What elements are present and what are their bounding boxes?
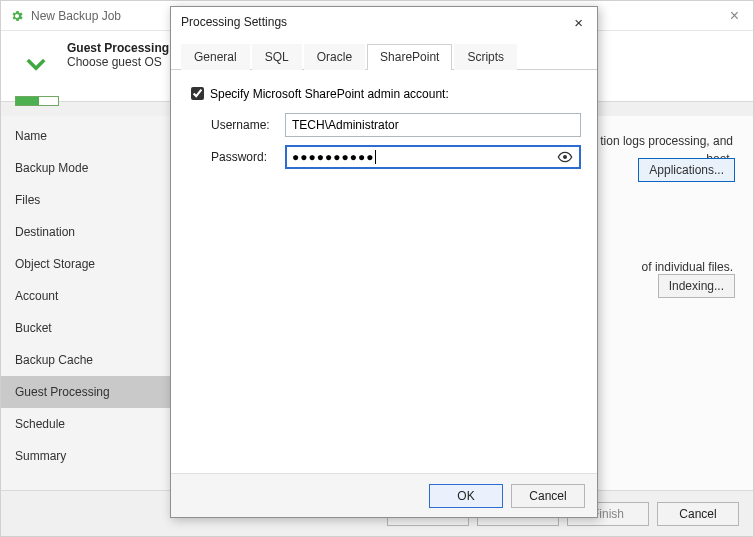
progress-indicator-icon [15, 96, 59, 106]
indexing-button[interactable]: Indexing... [658, 274, 735, 298]
tab-general[interactable]: General [181, 44, 250, 70]
gear-icon [9, 8, 25, 24]
header-title: Guest Processing [67, 41, 169, 55]
wizard-header-text: Guest Processing Choose guest OS [67, 41, 169, 69]
sidebar-item-backup-mode[interactable]: Backup Mode [1, 152, 181, 184]
specify-admin-row: Specify Microsoft SharePoint admin accou… [187, 84, 581, 103]
sidebar-item-guest-processing[interactable]: Guest Processing [1, 376, 181, 408]
svg-point-0 [563, 155, 567, 159]
text-caret [375, 150, 376, 164]
applications-button[interactable]: Applications... [638, 158, 735, 182]
dialog-titlebar: Processing Settings × [171, 7, 597, 37]
specify-admin-checkbox[interactable] [191, 87, 204, 100]
password-row: Password: ●●●●●●●●●● [187, 145, 581, 169]
reveal-password-icon[interactable] [556, 148, 574, 166]
tab-sharepoint[interactable]: SharePoint [367, 44, 452, 70]
dialog-footer: OK Cancel [171, 473, 597, 517]
tab-oracle[interactable]: Oracle [304, 44, 365, 70]
cancel-button[interactable]: Cancel [511, 484, 585, 508]
password-value: ●●●●●●●●●● [292, 150, 374, 164]
processing-settings-dialog: Processing Settings × GeneralSQLOracleSh… [170, 6, 598, 518]
username-field[interactable]: TECH\Administrator [285, 113, 581, 137]
sidebar-item-summary[interactable]: Summary [1, 440, 181, 472]
close-icon[interactable]: × [570, 14, 587, 31]
wizard-sidebar: NameBackup ModeFilesDestinationObject St… [1, 116, 181, 511]
sidebar-item-object-storage[interactable]: Object Storage [1, 248, 181, 280]
dialog-body: Specify Microsoft SharePoint admin accou… [171, 70, 597, 473]
tab-sql[interactable]: SQL [252, 44, 302, 70]
specify-admin-label: Specify Microsoft SharePoint admin accou… [210, 87, 449, 101]
sidebar-item-files[interactable]: Files [1, 184, 181, 216]
tab-scripts[interactable]: Scripts [454, 44, 517, 70]
close-icon[interactable]: × [724, 7, 745, 25]
dialog-tabs: GeneralSQLOracleSharePointScripts [171, 37, 597, 70]
sidebar-item-name[interactable]: Name [1, 120, 181, 152]
header-subtitle: Choose guest OS [67, 55, 169, 69]
username-value: TECH\Administrator [292, 118, 399, 132]
cancel-button[interactable]: Cancel [657, 502, 739, 526]
dialog-title: Processing Settings [181, 15, 570, 29]
sidebar-item-schedule[interactable]: Schedule [1, 408, 181, 440]
download-arrow-icon [15, 43, 57, 85]
username-row: Username: TECH\Administrator [187, 113, 581, 137]
password-label: Password: [211, 150, 285, 164]
sidebar-item-account[interactable]: Account [1, 280, 181, 312]
username-label: Username: [211, 118, 285, 132]
sidebar-item-bucket[interactable]: Bucket [1, 312, 181, 344]
password-field[interactable]: ●●●●●●●●●● [285, 145, 581, 169]
ok-button[interactable]: OK [429, 484, 503, 508]
sidebar-item-destination[interactable]: Destination [1, 216, 181, 248]
sidebar-item-backup-cache[interactable]: Backup Cache [1, 344, 181, 376]
